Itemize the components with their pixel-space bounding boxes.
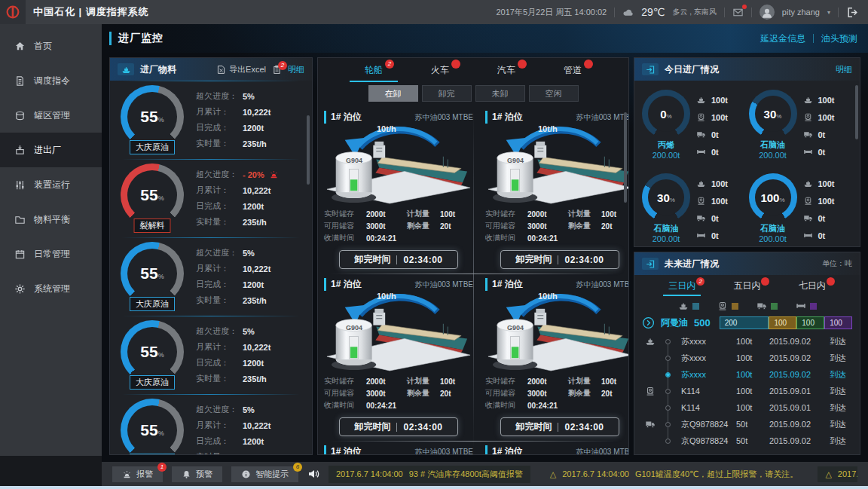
status-filter-tab[interactable]: 空闲 xyxy=(529,85,579,102)
unload-finish-time-button[interactable]: 卸完时间 02:34:00 xyxy=(339,250,458,269)
today-gauges-grid: 0 % 丙烯 200.00t 100t 100t 0t 0t xyxy=(634,81,860,246)
warning-button[interactable]: 预警 xyxy=(172,466,222,482)
table-row[interactable]: 苏xxxx 100t 2015.09.02 到达 xyxy=(640,333,854,350)
full-time-value: 00:24:21 xyxy=(527,402,558,410)
divider xyxy=(751,8,752,17)
delay-info-link[interactable]: 延迟金信息 xyxy=(760,32,805,45)
sidebar-item[interactable]: 调度指令 xyxy=(0,63,102,98)
table-row[interactable]: 苏xxxx 100t 2015.09.02 到达 xyxy=(640,350,854,366)
gauge-percent: 55 xyxy=(140,186,157,204)
bar-segment: 200 xyxy=(720,316,769,329)
alarm-button[interactable]: 报警 1 xyxy=(112,466,163,482)
logout-button[interactable] xyxy=(846,6,859,19)
material-gauge: 55 % 裂解料 xyxy=(121,164,184,233)
status-label: 到达 xyxy=(830,336,854,347)
berth-card[interactable]: 1# 泊位 苏中油003 MTBE 10t/h G904 实时罐存2000t 可… xyxy=(318,441,479,454)
alarm-icon xyxy=(269,170,279,179)
train-amount: 100t xyxy=(711,197,728,206)
daily-value: 1200t xyxy=(243,124,264,133)
sidebar-item[interactable]: 物料平衡 xyxy=(0,202,102,237)
train-icon xyxy=(803,112,813,122)
berth-card[interactable]: 1# 泊位 苏中油003 MTBE 10t/h G904 实时罐存2000t 可… xyxy=(318,106,479,274)
messages-button[interactable] xyxy=(732,7,744,18)
avatar[interactable] xyxy=(760,5,775,20)
unload-finish-time-button[interactable]: 卸完时间 02:34:00 xyxy=(500,250,619,269)
gauge-percent: 30 xyxy=(657,191,670,204)
table-row[interactable]: 苏xxxx 100t 2015.09.02 到达 xyxy=(640,366,854,383)
berth-card[interactable]: 1# 泊位 苏中油003 MTBE 10t/h G904 实时罐存2000t 可… xyxy=(479,441,628,454)
arrival-date: 2015.09.01 xyxy=(769,387,830,396)
realtime-value: 235t/h xyxy=(243,374,267,384)
plan-value: 100t xyxy=(440,377,455,386)
pipeline-amount: 0t xyxy=(818,231,826,240)
sidebar-item[interactable]: 首页 xyxy=(0,29,102,63)
material-amount: 200.00t xyxy=(749,151,797,160)
today-detail-link[interactable]: 明细 xyxy=(836,64,852,75)
quantity: 50t xyxy=(736,436,769,445)
plan-value: 100t xyxy=(601,210,616,219)
transport-tab[interactable]: 轮船2 xyxy=(341,58,407,82)
oil-forecast-link[interactable]: 油头预测 xyxy=(821,32,857,45)
transport-tabs: 轮船2 火车 汽车 管道 xyxy=(318,58,628,82)
temperature-label: 29℃ xyxy=(641,6,665,18)
status-filter-tab[interactable]: 未卸 xyxy=(475,85,525,102)
divider xyxy=(724,8,725,17)
berth-card[interactable]: 1# 泊位 苏中油003 MTBE 10t/h G904 实时罐存2000t 可… xyxy=(479,274,628,441)
future-range-tab[interactable]: 七日内 xyxy=(780,280,845,296)
unload-finish-time-button[interactable]: 卸完时间 02:34:00 xyxy=(339,417,458,436)
sidebar-item[interactable]: 日常管理 xyxy=(0,237,102,271)
scrollbar[interactable] xyxy=(855,85,858,139)
transport-tab[interactable]: 汽车 xyxy=(473,58,539,82)
train-icon xyxy=(717,301,728,311)
materials-detail-link[interactable]: 明细 xyxy=(288,64,304,75)
material-amount: 200.00t xyxy=(642,151,690,160)
sidebar-item[interactable]: 进出厂 xyxy=(0,133,102,167)
full-time-value: 00:24:21 xyxy=(366,402,396,410)
material-name-tag: 裂解料 xyxy=(134,219,171,233)
pipeline-amount: 0t xyxy=(818,148,826,157)
tank-id-label: G904 xyxy=(336,157,372,164)
sidebar-item-icon xyxy=(14,110,26,121)
unit-label: 单位：吨 xyxy=(822,258,852,269)
scrollbar[interactable] xyxy=(624,112,627,203)
future-range-tab[interactable]: 三日内2 xyxy=(649,280,714,296)
status-filter-tab[interactable]: 在卸 xyxy=(368,85,418,102)
status-filter-tab[interactable]: 卸完 xyxy=(422,85,472,102)
export-excel-button[interactable]: 导出Excel xyxy=(216,64,266,75)
unload-finish-time-button[interactable]: 卸完时间 02:34:00 xyxy=(500,417,619,436)
sidebar-item[interactable]: 系统管理 xyxy=(0,271,102,306)
expand-button[interactable] xyxy=(642,316,655,329)
smart-tip-button[interactable]: 智能提示 6 xyxy=(231,466,298,482)
sidebar-item[interactable]: 装置运行 xyxy=(0,167,102,202)
arrival-date: 2015.09.02 xyxy=(769,353,830,362)
panel-title: 未来进厂情况 xyxy=(665,258,719,270)
page-header: 进厂监控 延迟金信息 油头预测 xyxy=(102,24,868,53)
oil-name: 阿曼油 xyxy=(661,316,688,329)
daily-value: 1200t xyxy=(243,359,264,368)
sidebar-item[interactable]: 罐区管理 xyxy=(0,98,102,133)
material-name: 石脑油 xyxy=(749,223,797,234)
transport-tab[interactable]: 火车 xyxy=(407,58,473,82)
tank-capacity-value: 3000t xyxy=(527,222,547,231)
transport-tab[interactable]: 管道 xyxy=(539,58,606,82)
table-row[interactable]: 京Q9878824 50t 2015.09.02 到达 xyxy=(640,432,854,449)
table-row[interactable]: K114 100t 2015.09.01 到达 xyxy=(640,399,854,416)
grid-divider xyxy=(473,111,474,450)
berth-card[interactable]: 1# 泊位 苏中油003 MTBE 10t/h G904 实时罐存2000t 可… xyxy=(318,274,479,441)
timeline-dot xyxy=(660,405,675,411)
scrollbar[interactable] xyxy=(307,115,310,185)
quantity: 100t xyxy=(736,387,769,396)
speaker-icon[interactable] xyxy=(307,468,319,480)
sidebar-item-label: 日常管理 xyxy=(34,248,70,261)
vessel-label: 苏中油003 MTBE xyxy=(415,280,473,290)
pipeline-icon xyxy=(796,301,806,311)
clipboard-button[interactable]: 2 xyxy=(272,65,282,75)
table-row[interactable]: K114 100t 2015.09.01 到达 xyxy=(640,383,854,399)
table-row[interactable]: 京Q9878824 50t 2015.09.02 到达 xyxy=(640,416,854,432)
datetime-label: 2017年5月22日 周五 14:00:02 xyxy=(496,7,607,18)
gauge-percent: 0 xyxy=(660,108,666,121)
today-arrivals-panel: 今日进厂情况 明细 0 % 丙 xyxy=(634,57,860,247)
username-label[interactable]: pity zhang xyxy=(782,8,820,17)
future-range-tab[interactable]: 五日内 xyxy=(714,280,779,296)
berth-card[interactable]: 1# 泊位 苏中油003 MTBE 10t/h G904 实时罐存2000t 可… xyxy=(479,106,628,274)
